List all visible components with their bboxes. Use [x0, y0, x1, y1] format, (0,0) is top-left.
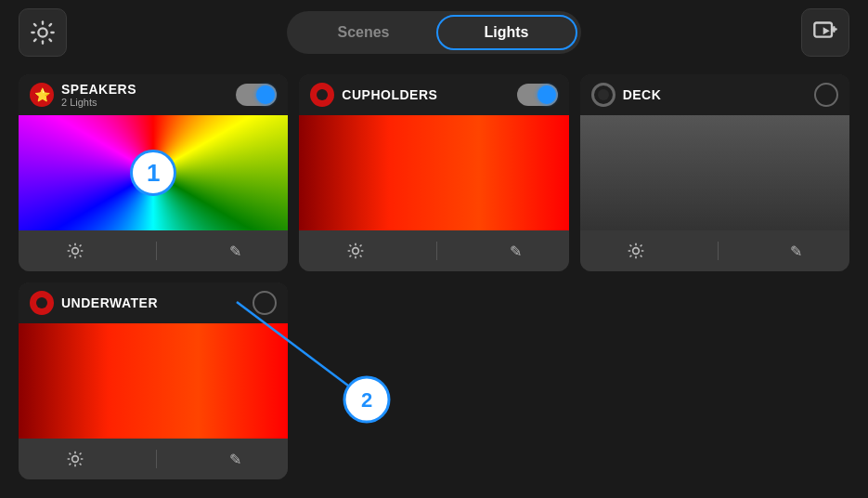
footer-divider-cupholders: [436, 242, 437, 260]
light-bulb-icon: [30, 20, 56, 46]
cupholders-footer: [299, 230, 568, 271]
lights-icon-button[interactable]: [19, 8, 67, 57]
card-title-group-speakers: SPEAKERS 2 Lights: [61, 82, 136, 108]
card-cupholders: CUPHOLDERS: [299, 74, 568, 271]
svg-line-34: [630, 245, 632, 247]
speakers-badge-1: 1: [130, 150, 176, 196]
svg-point-40: [71, 456, 78, 463]
cupholders-toggle[interactable]: [517, 84, 558, 106]
card-header-left-deck: DECK: [591, 83, 662, 107]
cupholders-edit-icon[interactable]: [510, 242, 522, 260]
add-scene-button[interactable]: [801, 8, 849, 57]
deck-color-body[interactable]: [580, 115, 849, 230]
brightness-icon-deck: [627, 242, 645, 260]
footer-divider-deck: [718, 242, 719, 260]
brightness-icon-cupholders: [346, 242, 365, 260]
deck-toggle[interactable]: [814, 83, 838, 107]
svg-point-31: [633, 248, 640, 255]
speakers-brightness-icon[interactable]: [66, 242, 84, 260]
svg-line-47: [69, 464, 71, 465]
svg-line-20: [69, 256, 71, 257]
svg-line-3: [34, 24, 36, 26]
svg-line-29: [350, 256, 352, 257]
svg-line-43: [69, 453, 71, 455]
svg-line-39: [641, 245, 642, 247]
cupholders-toggle-knob: [538, 85, 556, 104]
cupholders-brightness-icon[interactable]: [346, 242, 365, 260]
card-underwater: UNDERWATER: [19, 282, 288, 479]
header: Scenes Lights: [0, 0, 868, 65]
underwater-footer: [19, 439, 288, 479]
brightness-icon-svg: [66, 242, 84, 260]
svg-line-48: [79, 453, 81, 455]
tab-group: Scenes Lights: [287, 11, 580, 54]
svg-marker-12: [823, 27, 830, 34]
deck-title: DECK: [623, 87, 662, 102]
svg-point-22: [353, 248, 359, 255]
add-to-playlist-icon: [812, 20, 838, 46]
svg-point-0: [38, 28, 46, 36]
card-header-deck: DECK: [580, 74, 849, 115]
svg-line-16: [69, 245, 71, 247]
speakers-toggle[interactable]: [236, 84, 277, 106]
cards-grid: ⭐ SPEAKERS 2 Lights 1: [0, 65, 868, 498]
svg-line-8: [49, 24, 51, 26]
deck-brightness-icon[interactable]: [627, 242, 645, 260]
tab-lights[interactable]: Lights: [436, 15, 577, 50]
cupholders-color-body[interactable]: [299, 115, 568, 230]
speakers-title: SPEAKERS: [61, 82, 136, 97]
svg-line-7: [34, 39, 36, 41]
svg-line-25: [350, 245, 352, 247]
footer-divider-underwater: [156, 450, 157, 468]
underwater-icon: [30, 291, 54, 315]
svg-line-4: [49, 39, 51, 41]
brightness-icon-underwater: [66, 450, 84, 468]
speakers-color-body[interactable]: 1: [19, 115, 288, 230]
card-header-speakers: ⭐ SPEAKERS 2 Lights: [19, 74, 288, 115]
deck-icon: [591, 83, 615, 107]
underwater-title: UNDERWATER: [61, 295, 158, 310]
card-header-underwater: UNDERWATER: [19, 282, 288, 323]
card-speakers: ⭐ SPEAKERS 2 Lights 1: [19, 74, 288, 271]
svg-line-21: [79, 245, 81, 247]
card-header-left-cupholders: CUPHOLDERS: [310, 83, 437, 107]
deck-footer: [580, 230, 849, 271]
svg-point-13: [71, 248, 78, 255]
svg-line-44: [79, 464, 81, 465]
svg-rect-9: [814, 23, 832, 37]
underwater-toggle[interactable]: [253, 291, 277, 315]
header-left: [19, 8, 67, 57]
underwater-edit-icon[interactable]: [229, 451, 241, 468]
svg-line-30: [360, 245, 362, 247]
cupholders-icon: [310, 83, 334, 107]
underwater-color-body[interactable]: [19, 323, 288, 439]
svg-line-26: [360, 256, 362, 257]
footer-divider-speakers: [156, 242, 157, 260]
card-header-left-speakers: ⭐ SPEAKERS 2 Lights: [30, 82, 136, 108]
speakers-footer: [19, 230, 288, 271]
deck-edit-icon[interactable]: [790, 242, 802, 260]
tab-scenes[interactable]: Scenes: [291, 15, 435, 50]
underwater-brightness-icon[interactable]: [66, 450, 84, 468]
card-header-left-underwater: UNDERWATER: [30, 291, 158, 315]
speakers-edit-icon[interactable]: [229, 242, 241, 260]
speakers-subtitle: 2 Lights: [61, 97, 136, 108]
speakers-toggle-knob: [256, 85, 275, 104]
cupholders-title: CUPHOLDERS: [342, 87, 437, 102]
card-deck: DECK: [580, 74, 849, 271]
svg-line-17: [79, 256, 81, 257]
svg-line-38: [630, 256, 632, 257]
svg-line-35: [641, 256, 642, 257]
speakers-icon: ⭐: [30, 83, 54, 107]
card-header-cupholders: CUPHOLDERS: [299, 74, 568, 115]
